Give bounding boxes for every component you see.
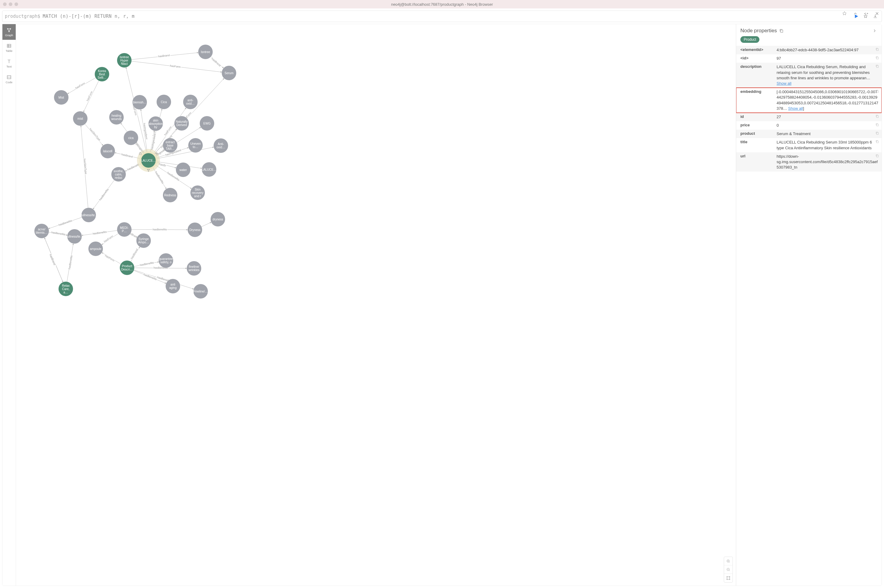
copy-icon[interactable] bbox=[875, 47, 879, 53]
graph-node[interactable]: Anti-oxid… bbox=[213, 138, 228, 153]
rail-code[interactable]: Code bbox=[2, 71, 16, 87]
svg-line-37 bbox=[134, 268, 187, 268]
graph-node[interactable]: Korea Best Selli… bbox=[95, 67, 109, 81]
prop-key: product bbox=[736, 130, 776, 138]
graph-canvas[interactable]: hasFormhasFormhasFormhasBrandhasBrandhas… bbox=[16, 24, 736, 586]
graph-node[interactable]: dryness bbox=[210, 212, 225, 226]
copy-icon[interactable] bbox=[875, 131, 879, 136]
svg-line-32 bbox=[49, 232, 68, 235]
panel-collapse-icon[interactable] bbox=[872, 28, 877, 33]
copy-icon[interactable] bbox=[875, 89, 879, 94]
graph-node[interactable]: cica bbox=[124, 130, 138, 145]
window-title: neo4j@bolt://localhost:7687/productgraph… bbox=[0, 2, 884, 7]
graph-node[interactable]: Relax Care, a… bbox=[59, 282, 73, 296]
copy-icon[interactable] bbox=[875, 56, 879, 61]
graph-node[interactable]: Mist bbox=[54, 90, 69, 105]
top-toolbar bbox=[842, 11, 880, 16]
svg-line-46 bbox=[201, 222, 211, 227]
prop-row-elementId: <elementId>4:b8c4bb27-edcb-4438-9df5-2ac… bbox=[736, 46, 882, 54]
graph-node[interactable]: water bbox=[176, 162, 190, 177]
svg-rect-64 bbox=[876, 141, 878, 143]
graph-node[interactable]: Syringe Ampo… bbox=[136, 233, 151, 248]
copy-icon[interactable] bbox=[875, 64, 879, 70]
svg-line-11 bbox=[150, 109, 162, 153]
graph-node[interactable]: healing wounds bbox=[109, 110, 124, 124]
graph-node[interactable]: EWG bbox=[200, 116, 214, 130]
prop-row-id: <id>97 bbox=[736, 54, 882, 63]
graph-node[interactable]: LALUCE… bbox=[141, 153, 156, 168]
rail-text[interactable]: Text bbox=[2, 56, 16, 71]
svg-line-35 bbox=[82, 230, 117, 235]
svg-rect-62 bbox=[876, 124, 878, 126]
zoom-fit-button[interactable] bbox=[724, 574, 732, 582]
prop-key: description bbox=[736, 63, 776, 88]
prop-key: url bbox=[736, 152, 776, 172]
graph-node[interactable]: mist bbox=[73, 111, 87, 126]
graph-node[interactable]: Product Descri… bbox=[120, 261, 134, 275]
graph-node[interactable]: Uneven to… bbox=[188, 138, 203, 153]
query-text[interactable]: MATCH (n)-[r]-(m) RETURN n, r, m bbox=[42, 14, 852, 19]
graph-node[interactable]: dullness/te… bbox=[67, 229, 82, 244]
graph-node[interactable]: extract base TAR… bbox=[163, 138, 177, 153]
svg-rect-65 bbox=[876, 155, 878, 157]
svg-line-30 bbox=[48, 218, 82, 229]
graph-node[interactable]: MEDI-P… bbox=[117, 222, 132, 237]
graph-node[interactable]: LALUCE… bbox=[202, 162, 216, 177]
svg-line-41 bbox=[134, 270, 194, 289]
copy-icon[interactable] bbox=[875, 154, 879, 159]
collapse-icon[interactable] bbox=[852, 11, 858, 16]
close-icon[interactable] bbox=[874, 11, 880, 16]
graph-node[interactable]: Skin recovery and r bbox=[190, 186, 205, 200]
graph-node[interactable]: Isntree bbox=[198, 45, 213, 59]
prop-key: price bbox=[736, 121, 776, 130]
graph-node[interactable]: Isntree Hyper Niaci bbox=[117, 53, 132, 68]
copy-icon[interactable] bbox=[875, 140, 879, 145]
svg-rect-60 bbox=[876, 90, 878, 93]
panel-title: Node properties bbox=[740, 28, 784, 34]
graph-node[interactable]: ampoule bbox=[89, 242, 103, 256]
zoom-out-button[interactable] bbox=[724, 566, 732, 574]
graph-node[interactable]: anti aging bbox=[165, 279, 180, 293]
rail-table[interactable]: Table bbox=[2, 40, 16, 56]
prop-key: <id> bbox=[736, 54, 776, 63]
copy-icon[interactable] bbox=[779, 28, 784, 33]
show-all-link[interactable]: Show all bbox=[777, 81, 791, 86]
svg-line-6 bbox=[84, 81, 99, 112]
prop-row-id: id27 bbox=[736, 113, 882, 121]
svg-line-44 bbox=[81, 126, 88, 208]
svg-rect-57 bbox=[876, 48, 878, 51]
node-label-badge[interactable]: Product bbox=[740, 36, 759, 43]
prop-row-url: urlhttps://down-sg.img.susercontent.com/… bbox=[736, 152, 882, 172]
show-all-link[interactable]: Show all bbox=[788, 106, 803, 111]
graph-node[interactable]: fineline/ wrinkles bbox=[187, 261, 201, 276]
query-editor[interactable]: productgraph$ MATCH (n)-[r]-(m) RETURN n… bbox=[2, 10, 882, 22]
copy-icon[interactable] bbox=[875, 123, 879, 128]
expand-icon[interactable] bbox=[863, 11, 869, 16]
graph-node[interactable]: Naturally Derived bbox=[174, 116, 189, 130]
graph-node[interactable]: soothe, calm, reduc bbox=[111, 167, 126, 182]
prop-value: LALUCELL Cica Rebuilding Serum 33ml 1850… bbox=[776, 138, 882, 152]
svg-line-21 bbox=[115, 153, 141, 159]
graph-node[interactable]: skin absorption by bbox=[149, 116, 163, 131]
svg-rect-58 bbox=[876, 57, 878, 59]
graph-node[interactable]: Dullness/te… bbox=[81, 208, 96, 222]
copy-icon[interactable] bbox=[875, 114, 879, 120]
svg-line-29 bbox=[93, 180, 114, 209]
graph-node[interactable]: lalucell bbox=[101, 144, 115, 158]
graph-node[interactable]: Fineline/… bbox=[193, 284, 208, 298]
zoom-in-button[interactable] bbox=[724, 557, 732, 566]
pin-icon[interactable] bbox=[842, 11, 847, 16]
graph-node[interactable]: blemish… bbox=[132, 95, 147, 110]
graph-node[interactable]: Dryness bbox=[188, 222, 202, 237]
graph-node[interactable]: guarantee safety, o bbox=[159, 253, 173, 268]
rail-graph[interactable]: Graph bbox=[2, 24, 16, 40]
svg-line-47 bbox=[44, 238, 63, 282]
svg-rect-56 bbox=[780, 30, 783, 32]
graph-node[interactable]: acne/ blemis… bbox=[35, 224, 49, 238]
prop-key: id bbox=[736, 113, 776, 121]
graph-node[interactable]: Redness bbox=[163, 188, 177, 202]
graph-node[interactable]: Serum bbox=[222, 66, 236, 80]
graph-node[interactable]: Cica bbox=[156, 94, 171, 109]
prop-value: 0 bbox=[776, 121, 882, 130]
graph-node[interactable]: anti-oxid… bbox=[183, 94, 198, 109]
